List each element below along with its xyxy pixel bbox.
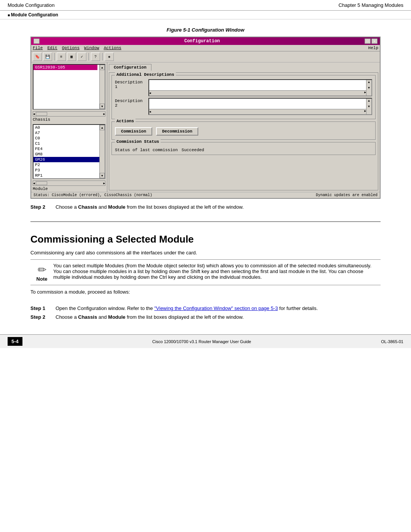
menu-options[interactable]: Options — [62, 46, 80, 50]
status-value: Succeeded — [182, 148, 204, 152]
commission-status-box: Commission Status Status of last commiss… — [112, 142, 376, 155]
menu-edit[interactable]: Edit — [47, 46, 57, 50]
desc1-vscroll[interactable]: ▲ ▼ — [366, 80, 371, 96]
left-arrow-icon[interactable]: ◄ — [33, 112, 35, 116]
config-menubar: File Edit Options Window Actions Help — [31, 45, 380, 51]
config-body: GSR12030-105 ▲ ▼ ◄ ► Chassis A0 A7 C0 — [31, 62, 380, 192]
page-footer: 5-4 Cisco 12000/10700 v3.1 Router Manage… — [0, 334, 411, 348]
desc2-textarea[interactable]: ▲ ▼ ◄ ► — [148, 98, 372, 115]
breadcrumb-label: Module Configuration — [11, 12, 58, 18]
status-left: Status: CiscoModule (errored), CissoChas… — [33, 193, 152, 197]
toolbar-btn-4[interactable]: ▦ — [67, 53, 76, 61]
module-list[interactable]: A0 A7 C0 C1 FE4 GM8 GM26 P2 P3 RP1 RP5 S… — [33, 124, 105, 179]
toolbar-btn-1[interactable]: 🔖 — [33, 53, 42, 61]
left-arrow-icon-2[interactable]: ◄ — [33, 182, 35, 185]
actions-legend: Actions — [115, 119, 135, 123]
menu-help[interactable]: Help — [368, 46, 378, 50]
body-step2-text: Choose a Chassis and Module from the lis… — [56, 314, 381, 320]
list-item[interactable]: P3 — [33, 168, 105, 173]
menu-window[interactable]: Window — [84, 46, 99, 50]
description2-row: Description 2 ▲ ▼ ◄ ► — [115, 98, 372, 115]
to-commission-text: To commission a module, proceed as follo… — [0, 289, 411, 295]
footer-page-num: 5-4 — [8, 337, 22, 346]
status-right: Dynamic updates are enabled — [316, 193, 378, 197]
list-item[interactable]: A0 — [33, 125, 105, 130]
tab-configuration[interactable]: Configuration — [109, 64, 151, 71]
list-item-selected[interactable]: GM26 — [33, 157, 105, 162]
tab-content: Additional Descriptions Description 1 ▲ … — [109, 72, 378, 190]
decommission-button[interactable]: Decommission — [156, 127, 198, 136]
breadcrumb-bar: Module Configuration — [0, 11, 411, 19]
chapter-title: Chapter 5 Managing Modules — [338, 2, 403, 8]
module-scroll-down[interactable]: ▼ — [100, 173, 105, 178]
step2-text: Choose a Chassis and Module from the lis… — [56, 204, 381, 210]
status-label: Status of last commission — [115, 148, 178, 152]
additional-descriptions-box: Additional Descriptions Description 1 ▲ … — [112, 75, 376, 119]
config-window: _ Configuration □ ✕ File Edit Options Wi… — [30, 37, 381, 199]
close-btn[interactable]: ✕ — [371, 38, 378, 44]
menu-items: File Edit Options Window Actions — [33, 46, 121, 50]
list-item[interactable]: RP5 — [33, 178, 105, 179]
config-window-link[interactable]: "Viewing the Configuration Window" secti… — [154, 305, 278, 311]
list-item[interactable]: FE4 — [33, 146, 105, 152]
toolbar-btn-6[interactable]: ? — [91, 53, 100, 61]
config-titlebar: _ Configuration □ ✕ — [31, 37, 380, 45]
hscroll-thumb[interactable] — [36, 112, 47, 116]
steps-section: Step 1 Open the Configuration window. Re… — [0, 299, 411, 327]
config-window-title: Configuration — [40, 38, 365, 44]
menu-file[interactable]: File — [33, 46, 43, 50]
desc1-textarea[interactable]: ▲ ▼ ◄ ► — [148, 79, 372, 96]
config-toolbar: 🔖 💾 ≡ ▦ ✓ ? ◈ — [31, 51, 380, 62]
breadcrumb-left: Module Configuration — [8, 2, 55, 8]
list-item[interactable]: A7 — [33, 130, 105, 136]
footer-doc-num: OL-3865-01 — [381, 339, 403, 344]
list-item[interactable]: C1 — [33, 141, 105, 146]
toolbar-btn-5[interactable]: ✓ — [77, 53, 86, 61]
module-hscroll[interactable]: ◄ ► — [33, 181, 105, 186]
hscroll-thumb-2[interactable] — [36, 181, 47, 185]
right-arrow-icon-2[interactable]: ► — [103, 182, 105, 185]
note-icon-area: ✏ Note — [30, 263, 53, 282]
minimize-btn[interactable]: _ — [33, 38, 40, 44]
module-scroll-up[interactable]: ▲ — [100, 125, 105, 130]
figure-caption: Figure 5-1 Configuration Window — [30, 27, 381, 33]
module-scrollbar-v[interactable]: ▲ ▼ — [99, 125, 105, 178]
step2-row: Step 2 Choose a Chassis and Module from … — [30, 204, 381, 210]
menu-actions[interactable]: Actions — [104, 46, 121, 50]
desc2-vscroll[interactable]: ▲ ▼ — [366, 99, 371, 114]
note-content: You can select multiple Modules (from th… — [53, 263, 381, 280]
tree-scrollbar-v[interactable]: ▲ ▼ — [99, 65, 105, 109]
section-heading: Commissioning a Selected Module — [0, 233, 411, 245]
toolbar-separator — [54, 53, 55, 61]
chassis-tree[interactable]: GSR12030-105 ▲ ▼ — [33, 64, 105, 110]
commission-status-row: Status of last commission Succeeded — [115, 146, 372, 152]
list-item[interactable]: P2 — [33, 162, 105, 168]
toolbar-btn-3[interactable]: ≡ — [57, 53, 66, 61]
list-item[interactable]: GM8 — [33, 152, 105, 157]
restore-btn[interactable]: □ — [365, 38, 371, 44]
footer-doc-title: Cisco 12000/10700 v3.1 Router Manager Us… — [22, 339, 381, 344]
commission-status-legend: Commission Status — [115, 139, 161, 144]
module-label: Module — [31, 186, 107, 192]
left-panel: GSR12030-105 ▲ ▼ ◄ ► Chassis A0 A7 C0 — [31, 62, 107, 192]
desc1-hscroll[interactable]: ◄ ► — [149, 90, 366, 96]
toolbar-separator-3 — [102, 53, 103, 61]
body-step1-row: Step 1 Open the Configuration window. Re… — [30, 305, 381, 311]
chassis-label: Chassis — [31, 117, 107, 123]
list-item[interactable]: RP1 — [33, 173, 105, 178]
right-arrow-icon[interactable]: ► — [103, 112, 105, 116]
commission-button[interactable]: Commission — [115, 127, 152, 136]
scroll-up-icon[interactable]: ▲ — [100, 65, 105, 70]
tree-hscroll[interactable]: ◄ ► — [33, 111, 105, 117]
toolbar-btn-7[interactable]: ◈ — [105, 53, 114, 61]
tab-bar: Configuration — [109, 64, 378, 71]
toolbar-btn-2[interactable]: 💾 — [43, 53, 52, 61]
desc2-hscroll[interactable]: ◄ ► — [149, 109, 366, 114]
actions-box: Actions Commission Decommission — [112, 121, 376, 140]
scroll-down-icon[interactable]: ▼ — [100, 104, 105, 109]
desc1-label: Description 1 — [115, 79, 145, 89]
note-pencil-icon: ✏ — [38, 264, 46, 276]
figure-section: Figure 5-1 Configuration Window _ Config… — [0, 19, 411, 217]
tree-item-selected[interactable]: GSR12030-105 — [33, 65, 97, 70]
list-item[interactable]: C0 — [33, 136, 105, 141]
